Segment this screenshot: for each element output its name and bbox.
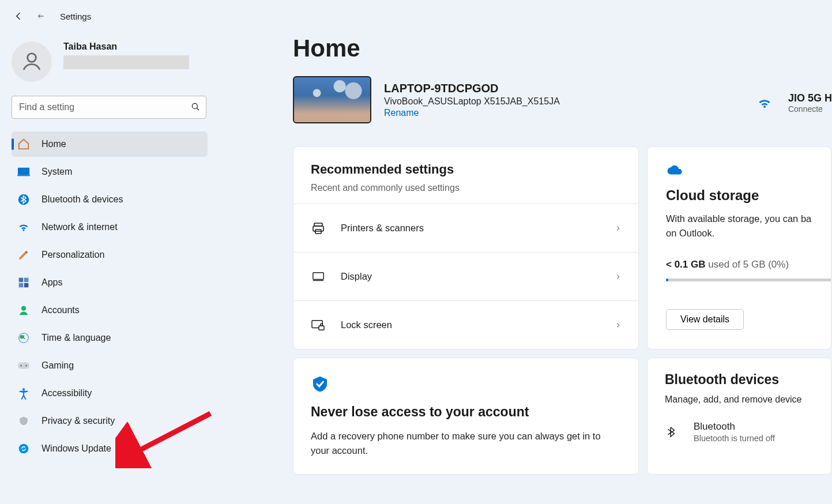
bluetooth-row-status: Bluetooth is turned off xyxy=(694,434,775,443)
chevron-right-icon xyxy=(615,321,621,330)
sidebar-item-label: Personalization xyxy=(42,250,104,260)
user-block[interactable]: Taiba Hasan xyxy=(12,42,208,82)
recommended-settings-card: Recommended settings Recent and commonly… xyxy=(293,146,639,349)
sidebar-item-accessibility[interactable]: Accessibility xyxy=(12,381,208,406)
recommended-item-display[interactable]: Display xyxy=(293,252,638,300)
sidebar-item-gaming[interactable]: Gaming xyxy=(12,353,208,378)
svg-point-13 xyxy=(20,365,22,367)
svg-point-14 xyxy=(25,365,27,367)
wifi-icon xyxy=(756,96,773,110)
wifi-status-block[interactable]: JIO 5G H Connecte xyxy=(756,92,832,114)
sidebar-item-time[interactable]: Time & language xyxy=(12,325,208,351)
svg-rect-2 xyxy=(18,168,29,175)
wifi-name: JIO 5G H xyxy=(788,92,832,104)
sidebar-item-windows-update[interactable]: Windows Update xyxy=(12,436,208,461)
gamepad-icon xyxy=(17,359,30,372)
svg-rect-22 xyxy=(319,325,324,329)
recommended-subtitle: Recent and commonly used settings xyxy=(311,183,621,193)
svg-point-9 xyxy=(21,306,26,311)
cloud-title: Cloud storage xyxy=(666,187,812,204)
clock-icon xyxy=(17,332,30,344)
svg-rect-18 xyxy=(313,226,323,231)
account-card-title: Never lose access to your account xyxy=(311,404,621,420)
svg-rect-8 xyxy=(24,283,29,288)
sidebar: Taiba Hasan Home System xyxy=(0,32,219,475)
recommended-item-label: Display xyxy=(341,271,600,282)
update-icon xyxy=(17,442,30,455)
sidebar-item-label: Network & internet xyxy=(42,222,118,232)
accounts-icon xyxy=(17,304,30,317)
sidebar-item-label: Bluetooth & devices xyxy=(42,194,123,205)
recommended-title: Recommended settings xyxy=(311,162,621,177)
svg-point-15 xyxy=(22,388,25,390)
bluetooth-card-subtitle: Manage, add, and remove device xyxy=(665,394,814,405)
bluetooth-icon xyxy=(17,193,30,206)
device-thumbnail[interactable] xyxy=(293,76,371,123)
lockscreen-icon xyxy=(311,319,326,332)
recommended-item-lockscreen[interactable]: Lock screen xyxy=(293,300,638,349)
wifi-icon xyxy=(17,221,30,234)
sidebar-item-accounts[interactable]: Accounts xyxy=(12,298,208,323)
display-icon xyxy=(311,270,326,283)
svg-point-1 xyxy=(192,103,197,108)
storage-usage: < 0.1 GB used of 5 GB (0%) xyxy=(666,259,812,270)
back-button[interactable] xyxy=(12,9,25,23)
shield-check-icon xyxy=(311,374,621,394)
account-recovery-card: Never lose access to your account Add a … xyxy=(293,358,639,475)
sidebar-item-privacy[interactable]: Privacy & security xyxy=(12,408,208,434)
sidebar-item-label: Apps xyxy=(42,277,62,288)
shield-icon xyxy=(17,415,30,427)
sidebar-item-home[interactable]: Home xyxy=(12,131,208,157)
svg-point-11 xyxy=(20,335,24,339)
svg-rect-5 xyxy=(19,278,24,283)
user-email-redacted xyxy=(63,55,189,69)
recommended-item-printers[interactable]: Printers & scanners xyxy=(293,204,638,252)
storage-progress xyxy=(666,279,831,281)
sidebar-item-label: Gaming xyxy=(42,360,74,371)
page-title: Home xyxy=(293,35,832,62)
main-content: Home LAPTOP-9TDCPGOD VivoBook_ASUSLaptop… xyxy=(219,32,832,475)
svg-rect-6 xyxy=(24,278,29,283)
sidebar-item-label: Time & language xyxy=(42,333,111,343)
search-input[interactable] xyxy=(12,96,206,119)
sidebar-item-personalization[interactable]: Personalization xyxy=(12,242,208,268)
brush-icon xyxy=(17,249,30,261)
sidebar-item-label: Windows Update xyxy=(42,443,111,454)
cloud-icon xyxy=(666,163,812,176)
svg-point-16 xyxy=(19,444,29,454)
svg-rect-7 xyxy=(19,283,24,288)
view-details-button[interactable]: View details xyxy=(666,309,744,330)
system-icon xyxy=(17,166,30,178)
cloud-desc: With available storage, you can ba on Ou… xyxy=(666,212,812,240)
bluetooth-toggle-row[interactable]: Bluetooth Bluetooth is turned off xyxy=(665,421,814,443)
sidebar-item-label: Privacy & security xyxy=(42,416,115,426)
printer-icon xyxy=(311,221,326,235)
recommended-item-label: Lock screen xyxy=(341,319,600,330)
sidebar-item-network[interactable]: Network & internet xyxy=(12,215,208,240)
bluetooth-devices-card: Bluetooth devices Manage, add, and remov… xyxy=(647,358,831,475)
chevron-right-icon xyxy=(615,272,621,281)
sidebar-item-system[interactable]: System xyxy=(12,159,208,185)
sidebar-item-label: Accounts xyxy=(42,305,80,315)
bluetooth-card-title: Bluetooth devices xyxy=(665,372,814,388)
bluetooth-icon xyxy=(665,424,677,440)
home-icon xyxy=(17,138,30,151)
cloud-storage-card: Cloud storage With available storage, yo… xyxy=(647,146,831,349)
chevron-right-icon xyxy=(615,224,621,233)
user-name: Taiba Hasan xyxy=(63,42,189,52)
sidebar-item-label: Accessibility xyxy=(42,388,92,398)
svg-rect-3 xyxy=(17,175,30,176)
account-card-desc: Add a recovery phone number to make sure… xyxy=(311,429,611,458)
search-icon[interactable] xyxy=(190,101,201,112)
wifi-status: Connecte xyxy=(788,104,832,114)
sidebar-item-apps[interactable]: Apps xyxy=(12,270,208,295)
app-title: Settings xyxy=(60,12,91,21)
apps-icon xyxy=(17,276,30,289)
sidebar-item-label: Home xyxy=(42,139,66,149)
svg-point-0 xyxy=(28,54,36,62)
svg-rect-20 xyxy=(313,272,323,279)
sidebar-item-bluetooth[interactable]: Bluetooth & devices xyxy=(12,187,208,212)
sidebar-item-label: System xyxy=(42,167,72,177)
recommended-item-label: Printers & scanners xyxy=(341,223,600,234)
svg-rect-12 xyxy=(18,363,29,369)
